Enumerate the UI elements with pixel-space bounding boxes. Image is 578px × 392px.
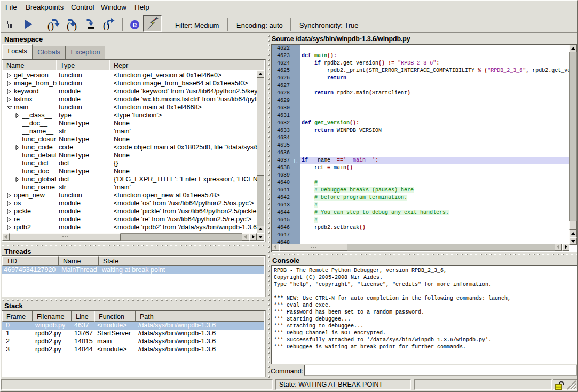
svg-text:): )	[74, 21, 77, 31]
svg-text:(): ()	[47, 21, 54, 31]
svg-text:(: (	[67, 21, 70, 31]
